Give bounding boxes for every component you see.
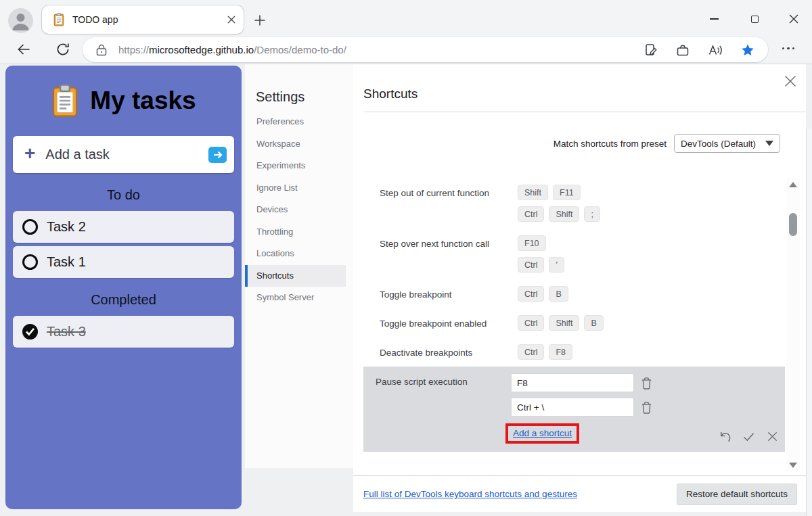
browser-menu-button[interactable] [782,47,794,49]
sidebar-item-ignore-list[interactable]: Ignore List [245,177,353,200]
divider [363,112,806,112]
shortcut-input[interactable] [511,373,634,392]
panel-title: Shortcuts [363,87,418,101]
add-task-input[interactable]: Add a task [45,147,208,162]
arrow-right-icon [212,150,223,160]
settings-close-button[interactable] [784,74,797,88]
sidebar-item-preferences[interactable]: Preferences [245,111,353,133]
shortcut-row[interactable]: Toggle breakpoint Ctrl B [363,279,785,308]
shortcut-row[interactable]: Step out of current function Shift F11 C… [363,178,785,229]
url-text[interactable]: https://microsoftedge.github.io/Demos/de… [118,44,644,55]
close-icon [789,14,798,24]
sidebar-item-experiments[interactable]: Experiments [245,155,353,177]
close-icon [227,16,235,24]
url-host: microsoftedge.github.io [149,44,254,55]
task-checkbox[interactable] [22,254,38,270]
key-badge: Ctrl [518,315,544,331]
page-edit-icon [644,43,658,57]
add-shortcut-link[interactable]: Add a shortcut [513,428,572,438]
sidebar-item-symbol-server[interactable]: Symbol Server [245,287,353,309]
task-row[interactable]: Task 1 [13,246,234,278]
shortcut-row[interactable]: Step over next function call F10 Ctrl ' [363,229,785,279]
task-row[interactable]: Task 2 [13,211,234,243]
key-badge: Ctrl [518,286,544,302]
shortcut-input[interactable] [511,398,634,417]
favorites-star-button[interactable] [741,43,754,57]
task-label: Task 3 [47,324,86,339]
todo-section-label: To do [5,187,242,203]
shortcuts-footer: Full list of DevTools keyboard shortcuts… [353,475,806,512]
preset-label: Match shortcuts from preset [554,139,667,149]
sidebar-item-workspace[interactable]: Workspace [245,133,353,156]
collections-button[interactable] [676,43,690,57]
back-button[interactable] [16,42,31,57]
task-label: Task 2 [47,219,86,235]
task-row-completed[interactable]: Task 3 [13,316,234,348]
todo-app-panel: My tasks + Add a task To do Task 2 Task … [5,66,242,509]
tab-close-button[interactable] [227,16,235,24]
scroll-up-arrow-icon[interactable] [789,182,797,187]
check-icon [25,327,35,336]
scroll-down-arrow-icon[interactable] [789,463,797,468]
preset-value: DevTools (Default) [681,139,756,149]
todo-task-list: Task 2 Task 1 [13,211,234,278]
confirm-button[interactable] [742,429,756,444]
trash-icon [640,400,653,415]
check-icon [742,429,756,444]
briefcase-icon [676,43,690,57]
read-aloud-button[interactable] [708,43,723,57]
window-close-button[interactable] [786,11,802,27]
full-list-link[interactable]: Full list of DevTools keyboard shortcuts… [363,489,577,499]
clipboard-favicon [53,13,65,26]
devtools-settings-overlay: Settings Preferences Workspace Experimen… [245,64,806,512]
app-title: My tasks [90,87,196,115]
shortcut-action-label: Step over next function call [380,235,518,273]
preset-dropdown[interactable]: DevTools (Default) [674,134,780,153]
cancel-button[interactable] [765,429,780,444]
undo-icon [718,429,732,444]
key-badge: B [549,286,568,302]
browser-tab[interactable]: TODO app [42,5,244,34]
delete-shortcut-button[interactable] [640,376,653,390]
key-badge: Ctrl [518,206,544,222]
shortcut-row[interactable]: Toggle breakpoint enabled Ctrl Shift B [363,308,785,337]
sidebar-item-throttling[interactable]: Throttling [245,221,353,243]
profile-avatar[interactable] [8,8,33,33]
shortcut-action-label: Toggle breakpoint [380,286,518,302]
sidebar-item-locations[interactable]: Locations [245,243,353,265]
key-badge: ' [549,257,564,273]
sidebar-item-devices[interactable]: Devices [245,199,353,221]
add-task-row[interactable]: + Add a task [13,136,234,173]
window-edge [806,128,812,516]
sidebar-item-shortcuts[interactable]: Shortcuts [245,265,346,287]
window-maximize-button[interactable] [746,11,763,27]
plus-icon [253,14,267,27]
url-path: /Demos/demo-to-do/ [254,44,346,55]
refresh-button[interactable] [55,42,70,57]
scrollbar-thumb[interactable] [789,213,797,236]
settings-sidebar: Settings Preferences Workspace Experimen… [245,64,353,468]
key-badge: Ctrl [518,257,544,273]
task-checkbox-checked[interactable] [22,324,38,339]
key-badge: F11 [553,185,581,200]
key-badge: Shift [518,185,548,200]
window-minimize-button[interactable] [706,11,722,27]
add-task-submit-button[interactable] [208,147,227,163]
shortcut-action-label: Step out of current function [380,185,518,222]
new-tab-button[interactable] [253,14,267,27]
plus-icon: + [24,144,35,166]
undo-button[interactable] [718,429,732,444]
browser-chrome: TODO app https:// [0,0,812,64]
scrollbar[interactable] [786,178,800,471]
clipboard-icon [51,84,79,118]
delete-shortcut-button[interactable] [640,400,653,415]
web-capture-button[interactable] [644,43,658,57]
shortcut-row[interactable]: Deactivate breakpoints Ctrl F8 [363,337,785,367]
shortcut-list: Step out of current function Shift F11 C… [363,178,785,452]
restore-defaults-button[interactable]: Restore default shortcuts [677,484,797,505]
lock-icon [96,44,107,56]
address-bar[interactable]: https://microsoftedge.github.io/Demos/de… [83,37,768,62]
task-label: Task 1 [47,254,86,270]
close-icon [784,74,797,88]
task-checkbox[interactable] [22,219,38,235]
